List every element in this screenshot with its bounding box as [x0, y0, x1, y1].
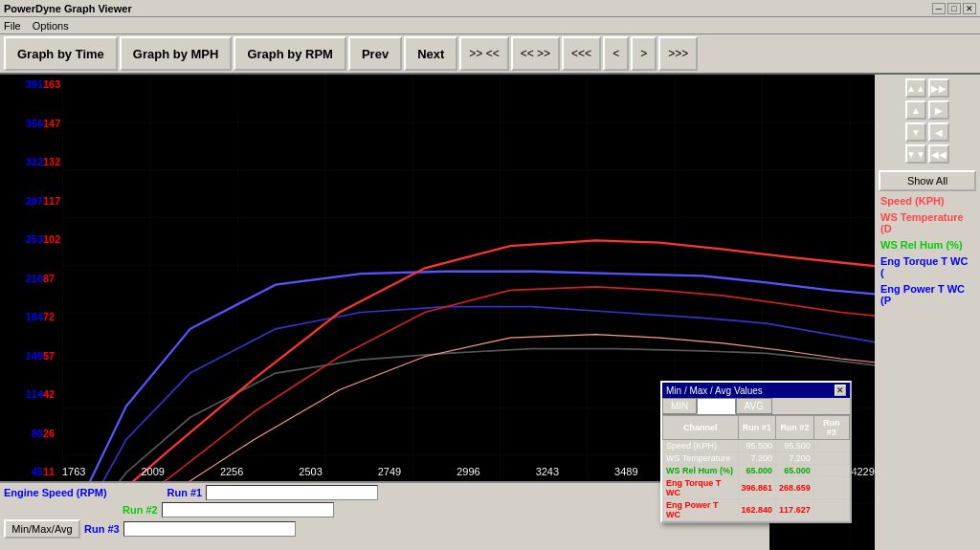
modal-tab-avg[interactable]: AVG: [736, 398, 772, 414]
modal-dialog: Min / Max / Avg Values ✕ MIN MAX AVG Cha…: [660, 381, 852, 523]
legend-speed-kph[interactable]: Speed (KPH): [879, 194, 976, 208]
toolbar: Graph by Time Graph by MPH Graph by RPM …: [0, 34, 980, 75]
x-val-2749: 2749: [378, 466, 401, 477]
x-val-3243: 3243: [536, 466, 559, 477]
close-button[interactable]: ✕: [963, 3, 976, 14]
scroll-down-down-button[interactable]: ▼▼: [905, 144, 926, 164]
y-val-287: 287: [0, 195, 43, 207]
menu-file[interactable]: File: [4, 20, 21, 32]
eng-power-run3: [813, 499, 849, 521]
rr-button[interactable]: << >>: [511, 36, 560, 71]
y-axis-blue: 391 356 322 287 253 218 184 149 114 80 4…: [0, 75, 43, 481]
left-button[interactable]: <: [603, 36, 629, 71]
table-row: WS Rel Hum (%) 65.000 65.000: [663, 465, 850, 477]
scroll-up-up-button[interactable]: ▲▲: [905, 78, 926, 98]
menu-options[interactable]: Options: [33, 20, 69, 32]
y-val-149: 149: [0, 350, 43, 362]
scroll-mid-row2: ▼ ◀: [905, 122, 949, 142]
ws-temp-run1: 7.200: [738, 452, 776, 465]
x-val-2996: 2996: [457, 466, 479, 477]
y-val-322: 322: [0, 156, 43, 167]
title-bar: PowerDyne Graph Viewer ─ □ ✕: [0, 0, 980, 17]
y-val-132: 132: [43, 156, 62, 167]
graph-by-time-button[interactable]: Graph by Time: [4, 36, 118, 71]
legend-ws-temp[interactable]: WS Temperature (D: [879, 210, 976, 235]
scroll-up-button[interactable]: ▲: [905, 100, 926, 120]
eng-torque-run1: 396.861: [738, 477, 776, 499]
scroll-left-button[interactable]: ◀: [928, 122, 949, 142]
channel-eng-power: Eng Power T WC: [663, 499, 739, 521]
main-area: 391 356 322 287 253 218 184 149 114 80 4…: [0, 75, 980, 550]
channel-ws-hum: WS Rel Hum (%): [663, 465, 739, 477]
minimize-button[interactable]: ─: [932, 3, 946, 14]
legend-ws-rel-hum[interactable]: WS Rel Hum (%): [879, 238, 976, 252]
ws-hum-run3: [813, 465, 849, 477]
y-val-117: 117: [43, 195, 62, 207]
scroll-down-button[interactable]: ▼: [905, 122, 926, 142]
legend-eng-power[interactable]: Eng Power T WC (P: [879, 282, 976, 307]
scroll-mid-row1: ▲ ▶: [905, 100, 949, 120]
graph-by-rpm-button[interactable]: Graph by RPM: [234, 36, 346, 71]
x-val-1763: 1763: [62, 466, 85, 477]
y-val-11: 11: [43, 466, 62, 477]
run3-label: Run #3: [84, 523, 120, 535]
y-val-163: 163: [43, 78, 62, 90]
eng-torque-run2: 268.659: [776, 477, 814, 499]
table-row: Eng Torque T WC 396.861 268.659: [663, 477, 850, 499]
prev-button[interactable]: Prev: [348, 36, 402, 71]
channel-speed: Speed (KPH): [663, 440, 739, 452]
far-right-button[interactable]: >>>: [658, 36, 698, 71]
run2-label: Run #2: [122, 504, 158, 516]
channel-ws-temp: WS Temperature: [663, 452, 739, 465]
run3-input[interactable]: [123, 521, 296, 537]
engine-speed-row: Engine Speed (RPM) Run #1: [4, 485, 766, 500]
modal-tab-min[interactable]: MIN: [662, 398, 697, 414]
y-val-114: 114: [0, 388, 43, 400]
scroll-left-left-button[interactable]: ◀◀: [928, 144, 949, 164]
ff-button[interactable]: >> <<: [459, 36, 508, 71]
y-val-102: 102: [43, 233, 62, 245]
modal-tabs: MIN MAX AVG: [662, 398, 850, 415]
scroll-up-row: ▲▲ ▶▶: [905, 78, 949, 98]
show-all-button[interactable]: Show All: [879, 170, 976, 191]
modal-tab-max[interactable]: MAX: [697, 398, 735, 414]
channel-eng-torque: Eng Torque T WC: [663, 477, 739, 499]
legend-eng-torque[interactable]: Eng Torque T WC (: [879, 254, 976, 279]
next-button[interactable]: Next: [404, 36, 457, 71]
end-button[interactable]: <<<: [562, 36, 601, 71]
run1-label: Run #1: [167, 487, 203, 498]
y-val-218: 218: [0, 273, 43, 284]
col-channel: Channel: [663, 416, 739, 440]
eng-power-run1: 162.840: [738, 499, 776, 521]
right-button[interactable]: >: [631, 36, 657, 71]
modal-close-button[interactable]: ✕: [835, 385, 846, 396]
modal-title-bar: Min / Max / Avg Values ✕: [662, 383, 850, 398]
x-val-2256: 2256: [220, 466, 243, 477]
graph-by-mph-button[interactable]: Graph by MPH: [120, 36, 233, 71]
eng-torque-run3: [813, 477, 849, 499]
ws-hum-run1: 65.000: [738, 465, 776, 477]
chart-area: 391 356 322 287 253 218 184 149 114 80 4…: [0, 75, 875, 550]
speed-run3: [813, 440, 849, 452]
ws-temp-run3: [813, 452, 849, 465]
run2-input[interactable]: [162, 502, 334, 517]
y-val-80: 80: [0, 428, 43, 439]
run1-input[interactable]: [206, 485, 378, 500]
x-val-2503: 2503: [299, 466, 322, 477]
table-row: Speed (KPH) 95.500 95.500: [663, 440, 850, 452]
right-panel: ▲▲ ▶▶ ▲ ▶ ▼ ◀ ▼▼ ◀◀ Show All Speed (KPH)…: [875, 75, 980, 550]
engine-speed-label: Engine Speed (RPM): [4, 487, 107, 498]
col-run2: Run #2: [776, 416, 814, 440]
col-run3: Run #3: [813, 416, 849, 440]
run3-row: Min/Max/Avg Run #3: [4, 519, 766, 539]
x-val-4229: 4229: [851, 466, 874, 477]
col-run1: Run #1: [738, 416, 776, 440]
speed-run1: 95.500: [738, 440, 776, 452]
maximize-button[interactable]: □: [947, 3, 961, 14]
min-max-avg-button[interactable]: Min/Max/Avg: [4, 519, 80, 539]
scroll-right-button[interactable]: ▶: [928, 100, 949, 120]
app-title: PowerDyne Graph Viewer: [4, 3, 932, 14]
scroll-right-right-button[interactable]: ▶▶: [928, 78, 949, 98]
y-val-57: 57: [43, 350, 62, 362]
y-val-26: 26: [43, 428, 62, 439]
